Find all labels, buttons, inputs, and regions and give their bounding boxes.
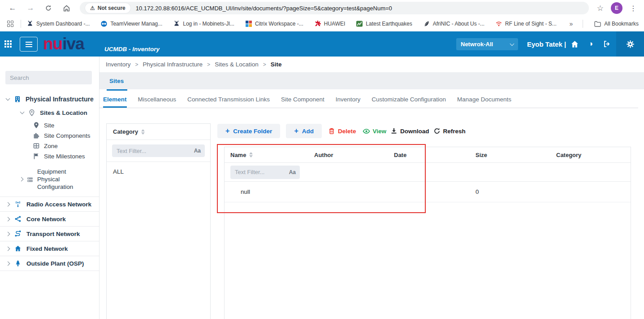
bookmark-citrix[interactable]: Citrix Workspace -... bbox=[245, 20, 303, 27]
tab-connected-transmission-links[interactable]: Connected Transmission Links bbox=[187, 91, 270, 108]
sidebar-item-site-components[interactable]: Site Components bbox=[0, 132, 99, 139]
table-row[interactable]: null 0 bbox=[225, 182, 631, 202]
user-name: Eyob Tatek | bbox=[527, 31, 566, 57]
location-pin-icon bbox=[28, 109, 35, 116]
category-filter[interactable]: Aa bbox=[112, 144, 205, 157]
search-input[interactable] bbox=[10, 74, 87, 81]
all-bookmarks-button[interactable]: All Bookmarks bbox=[594, 20, 639, 27]
bookmarks-bar: System Dashboard -... TeamViewer Manag..… bbox=[0, 16, 644, 31]
breadcrumb-item[interactable]: Sites & Location bbox=[215, 61, 259, 68]
bookmarks-overflow-icon[interactable]: » bbox=[570, 20, 573, 27]
sort-icon[interactable] bbox=[141, 129, 145, 135]
browser-menu-icon[interactable]: ⋮ bbox=[630, 4, 637, 13]
bookmark-huawei[interactable]: HUAWEI bbox=[314, 20, 346, 27]
delete-button[interactable]: Delete bbox=[328, 124, 356, 138]
sidebar-item-label: Core Network bbox=[26, 216, 66, 223]
page: ← → ⚠ Not secure 10.172.20.88:6016/ACE_U… bbox=[0, 0, 644, 319]
app-launcher-icon[interactable] bbox=[4, 40, 12, 48]
sort-icon[interactable] bbox=[249, 152, 253, 157]
case-sensitive-toggle[interactable]: Aa bbox=[289, 169, 296, 175]
sidebar-item-radio-access-network[interactable]: Radio Access Network bbox=[0, 197, 99, 211]
breadcrumb-current: Site bbox=[271, 61, 282, 68]
avatar-initial: E bbox=[615, 5, 618, 11]
logout-button[interactable] bbox=[602, 39, 611, 48]
refresh-button[interactable]: Refresh bbox=[433, 124, 466, 138]
breadcrumb-item[interactable]: Inventory bbox=[106, 61, 131, 68]
sidebar-item-transport-network[interactable]: Transport Network bbox=[0, 227, 99, 241]
name-filter-input[interactable] bbox=[235, 169, 289, 175]
case-sensitive-toggle[interactable]: Aa bbox=[194, 148, 201, 154]
tab-element[interactable]: Element bbox=[103, 91, 127, 108]
sidebar-item-physical-infrastructure[interactable]: Physical Infrastructure bbox=[0, 96, 99, 103]
category-list-item-all[interactable]: ALL bbox=[107, 162, 210, 181]
table-filter-row: Aa bbox=[225, 163, 631, 182]
tab-sites[interactable]: Sites bbox=[109, 72, 124, 89]
tab-site-component[interactable]: Site Component bbox=[281, 91, 324, 108]
sidebar-item-site-milestones[interactable]: Site Milestones bbox=[0, 153, 99, 160]
security-chip[interactable]: ⚠ Not secure bbox=[85, 3, 130, 13]
page-tab-bar: Sites bbox=[99, 72, 644, 89]
sidebar-item-sites-location[interactable]: Sites & Location bbox=[0, 109, 99, 116]
column-header-size[interactable]: Size bbox=[470, 152, 550, 158]
sidebar-item-core-network[interactable]: Core Network bbox=[0, 212, 99, 226]
address-bar[interactable]: ⚠ Not secure 10.172.20.88:6016/ACE_UCMDB… bbox=[80, 2, 589, 14]
column-header-author[interactable]: Author bbox=[308, 152, 388, 158]
bookmark-system-dashboard[interactable]: System Dashboard -... bbox=[26, 20, 90, 27]
reload-button[interactable] bbox=[43, 2, 54, 14]
bookmark-login-mobinets[interactable]: Log in - Mobinets-Jl... bbox=[173, 20, 234, 27]
category-column-header[interactable]: Category bbox=[107, 124, 210, 140]
download-label: Download bbox=[400, 128, 429, 135]
plus-icon: + bbox=[225, 127, 229, 135]
bookmark-label: RF Line of Sight - S... bbox=[505, 21, 557, 27]
tab-customizable-configuration[interactable]: Customizable Configuration bbox=[372, 91, 446, 108]
sidebar-item-fixed-network[interactable]: Fixed Network bbox=[0, 241, 99, 256]
network-select-value: Netwrok-All bbox=[461, 41, 493, 48]
sidebar: Physical Infrastructure Sites & Location… bbox=[0, 57, 99, 319]
sidebar-item-label: Transport Network bbox=[26, 231, 80, 237]
app-title: UCMDB - Inventory bbox=[104, 46, 160, 52]
column-label: Size bbox=[475, 152, 487, 158]
gear-icon bbox=[626, 40, 635, 48]
sidebar-search[interactable] bbox=[5, 71, 92, 84]
home-nav-button[interactable] bbox=[570, 39, 579, 48]
bookmark-teamviewer[interactable]: TeamViewer Manag... bbox=[100, 20, 162, 27]
column-header-date[interactable]: Date bbox=[388, 152, 470, 158]
earthquakes-favicon bbox=[356, 20, 363, 27]
menu-toggle-button[interactable] bbox=[20, 37, 38, 52]
back-button[interactable]: ← bbox=[7, 2, 18, 14]
contrast-toggle-button[interactable]: ◑ bbox=[586, 39, 595, 48]
apps-grid-icon[interactable] bbox=[7, 21, 13, 27]
tab-miscellaneous[interactable]: Miscellaneous bbox=[138, 91, 177, 108]
sidebar-item-equipment-physical-configuration[interactable]: Equipment Physical Configuration bbox=[0, 168, 99, 191]
download-button[interactable]: Download bbox=[390, 124, 429, 138]
sidebar-item-site[interactable]: Site bbox=[0, 122, 99, 129]
profile-avatar[interactable]: E bbox=[611, 2, 622, 14]
settings-button[interactable] bbox=[616, 31, 644, 57]
url-text[interactable]: 10.172.20.88:6016/ACE_UCMDB_UI/inv/site/… bbox=[136, 5, 392, 12]
forward-button[interactable]: → bbox=[25, 2, 36, 14]
view-button[interactable]: View bbox=[363, 124, 387, 138]
citrix-favicon bbox=[245, 20, 252, 27]
home-button[interactable] bbox=[61, 2, 72, 14]
breadcrumb-item[interactable]: Physical Infrastructure bbox=[143, 61, 203, 68]
home-icon bbox=[571, 40, 579, 48]
bookmark-earthquakes[interactable]: Latest Earthquakes bbox=[356, 20, 412, 27]
network-select[interactable]: Netwrok-All bbox=[456, 38, 518, 50]
add-button[interactable]: + Add bbox=[286, 124, 322, 138]
sidebar-item-outside-plant-osp[interactable]: Outside Plant (OSP) bbox=[0, 256, 99, 271]
create-folder-button[interactable]: + Create Folder bbox=[217, 124, 280, 138]
bookmark-afrinic[interactable]: AfriNIC - About Us -... bbox=[423, 20, 484, 27]
home-network-icon bbox=[14, 245, 22, 252]
column-header-category[interactable]: Category bbox=[550, 152, 631, 158]
tab-manage-documents[interactable]: Manage Documents bbox=[457, 91, 511, 108]
sidebar-item-zone[interactable]: Zone bbox=[0, 142, 99, 149]
mobinets-favicon bbox=[173, 20, 180, 27]
chevron-down-icon bbox=[6, 96, 10, 101]
column-header-name[interactable]: Name bbox=[225, 152, 308, 158]
category-filter-input[interactable] bbox=[117, 148, 194, 154]
bookmark-rf-line-of-sight[interactable]: RF Line of Sight - S... bbox=[495, 20, 557, 27]
name-filter[interactable]: Aa bbox=[230, 166, 300, 179]
bookmark-star-icon[interactable]: ☆ bbox=[597, 4, 604, 13]
tab-inventory[interactable]: Inventory bbox=[336, 91, 361, 108]
sidebar-item-label: Site Milestones bbox=[44, 153, 85, 160]
